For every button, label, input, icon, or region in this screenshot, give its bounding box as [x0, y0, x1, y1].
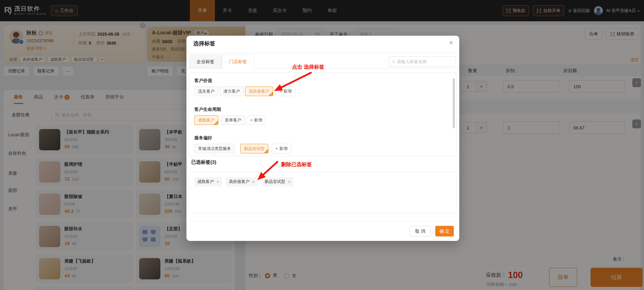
tag-option-label: 高价值客户 — [249, 88, 270, 94]
check-icon — [216, 122, 218, 125]
tag-option[interactable]: 潜力客户 — [220, 86, 244, 96]
remove-tag-icon[interactable] — [216, 179, 219, 184]
group-title: 客户价值 — [194, 78, 212, 84]
selected-tag-label: 成熟客户 — [198, 179, 214, 185]
tag-option[interactable]: 流失客户 — [194, 86, 218, 96]
annotation-delete-tag: 删除已选标签 — [281, 161, 312, 168]
plus-icon — [276, 146, 278, 151]
tag-option-selected[interactable]: 成熟客户 — [194, 115, 218, 125]
scrollbar[interactable] — [453, 78, 455, 128]
selected-tag: 高价值客户 — [226, 177, 258, 186]
tag-option[interactable]: 常做清洁类型服务 — [194, 144, 235, 154]
tag-option-label: 成熟客户 — [198, 117, 214, 123]
selected-tag: 成熟客户 — [194, 177, 222, 186]
group-title: 客户生命周期 — [194, 106, 221, 112]
remove-tag-icon[interactable] — [288, 179, 290, 184]
group-title: 服务偏好 — [194, 135, 212, 141]
search-icon — [392, 59, 395, 64]
tag-search[interactable] — [388, 56, 456, 67]
confirm-button[interactable]: 确 定 — [435, 226, 454, 236]
selected-tags-title: 已选标签(3) — [191, 159, 216, 166]
selected-tags-panel: 成熟客户 高价值客户 新品尝试型 — [189, 172, 456, 213]
selected-tag-label: 高价值客户 — [229, 179, 250, 185]
divider — [186, 53, 459, 53]
add-tag-button[interactable]: 新增 — [246, 115, 266, 125]
close-icon[interactable] — [449, 39, 453, 47]
add-tag-label: 新增 — [279, 146, 288, 152]
cancel-button[interactable]: 取 消 — [410, 226, 431, 236]
tag-groups-panel: 客户价值 流失客户 潜力客户 高价值客户 新增 客户生命周期 成熟客户 首单客户 — [189, 72, 456, 156]
add-tag-label: 新增 — [254, 117, 262, 123]
check-icon — [266, 150, 268, 154]
plus-icon — [250, 118, 252, 122]
tag-option[interactable]: 首单客户 — [221, 115, 245, 125]
tag-search-input[interactable] — [397, 59, 452, 64]
tag-option-selected[interactable]: 新品尝试型 — [240, 144, 268, 154]
modal-title: 选择标签 — [193, 40, 215, 47]
annotation-arrow-delete — [254, 159, 284, 185]
tab-store-tags[interactable]: 门店标签 — [222, 55, 254, 69]
annotation-arrow-select — [267, 68, 315, 97]
tab-enterprise-tags[interactable]: 企业标签 — [189, 55, 222, 69]
divider — [186, 221, 459, 222]
tag-option-label: 新品尝试型 — [244, 146, 264, 152]
add-tag-button[interactable]: 新增 — [272, 144, 291, 154]
